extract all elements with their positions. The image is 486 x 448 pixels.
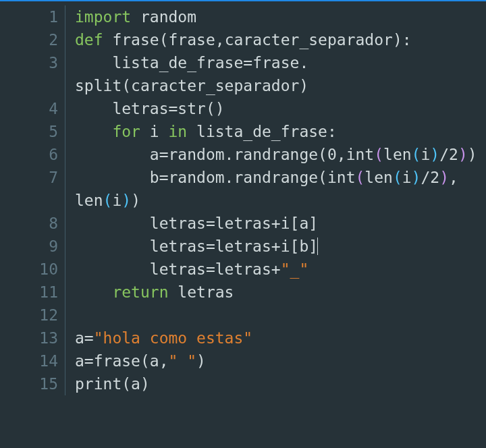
line-number: 10 xyxy=(0,258,65,281)
code-line[interactable]: 4 letras=str() xyxy=(0,97,486,120)
module-name: random xyxy=(140,8,196,26)
line-number: 12 xyxy=(0,304,65,327)
keyword-for: for xyxy=(112,123,140,140)
code-line[interactable]: 10 letras=letras+"_" xyxy=(0,258,486,281)
line-number: 6 xyxy=(0,143,65,166)
line-number-blank xyxy=(0,189,65,212)
string-literal: " " xyxy=(169,352,197,370)
keyword-return: return xyxy=(112,283,168,301)
code-line[interactable]: 1 import random xyxy=(0,5,486,28)
string-literal: "hola como estas" xyxy=(94,329,252,347)
line-number-blank xyxy=(0,74,65,97)
code-line-wrap[interactable]: len(i)) xyxy=(0,189,486,212)
string-literal: "_" xyxy=(281,260,309,278)
code-line[interactable]: 6 a=random.randrange(0,int(len(i)/2)) xyxy=(0,143,486,166)
keyword-def: def xyxy=(75,31,103,49)
line-number: 13 xyxy=(0,327,65,349)
line-number: 8 xyxy=(0,212,65,235)
code-line[interactable]: 5 for i in lista_de_frase: xyxy=(0,120,486,143)
line-number: 5 xyxy=(0,120,65,143)
line-number: 4 xyxy=(0,97,65,120)
keyword-import: import xyxy=(75,8,131,26)
code-line[interactable]: 14 a=frase(a," ") xyxy=(0,349,486,372)
code-line[interactable]: 2 def frase(frase,caracter_separador): xyxy=(0,28,486,51)
code-line-wrap[interactable]: split(caracter_separador) xyxy=(0,74,486,97)
code-editor: 1 import random 2 def frase(frase,caract… xyxy=(0,0,486,395)
code-line[interactable]: 12 xyxy=(0,304,486,327)
code-line[interactable]: 7 b=random.randrange(int(len(i)/2), xyxy=(0,166,486,189)
keyword-in: in xyxy=(169,123,188,140)
code-line[interactable]: 13 a="hola como estas" xyxy=(0,327,486,349)
line-number: 2 xyxy=(0,28,65,51)
line-number: 11 xyxy=(0,281,65,304)
code-line[interactable]: 3 lista_de_frase=frase. xyxy=(0,51,486,74)
line-number: 3 xyxy=(0,51,65,74)
line-number: 1 xyxy=(0,5,65,28)
code-line[interactable]: 9 letras=letras+i[b] xyxy=(0,235,486,258)
line-number: 9 xyxy=(0,235,65,258)
line-number: 14 xyxy=(0,349,65,372)
code-line[interactable]: 11 return letras xyxy=(0,281,486,304)
code-line[interactable]: 8 letras=letras+i[a] xyxy=(0,212,486,235)
code-line[interactable]: 15 print(a) xyxy=(0,372,486,395)
line-number: 15 xyxy=(0,372,65,395)
function-name: frase xyxy=(112,31,159,49)
text-cursor xyxy=(317,237,318,255)
line-number: 7 xyxy=(0,166,65,189)
